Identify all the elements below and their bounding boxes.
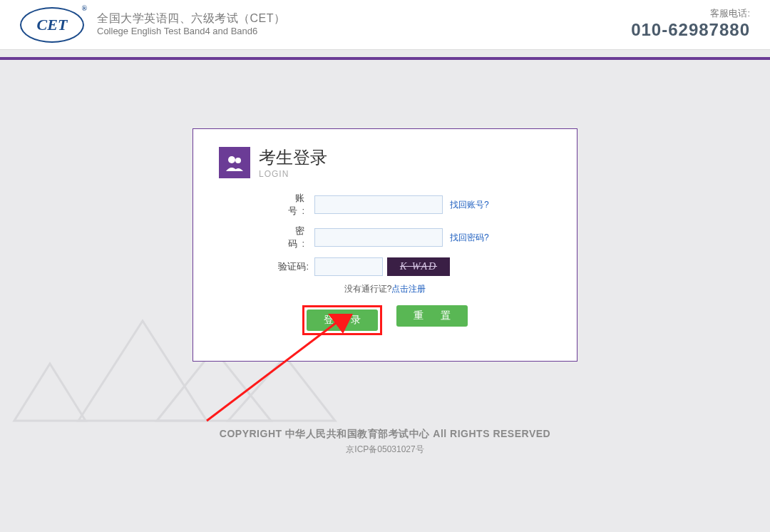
login-button[interactable]: 登 录 (307, 310, 378, 331)
account-input[interactable] (314, 195, 443, 214)
login-highlight: 登 录 (302, 305, 382, 335)
register-line: 没有通行证?点击注册 (219, 283, 551, 295)
icp-line: 京ICP备05031027号 (0, 444, 770, 456)
password-label: 密 码: (269, 225, 309, 250)
service-phone-block: 客服电话: 010-62987880 (631, 7, 750, 40)
svg-point-4 (235, 158, 241, 163)
header-titles: 全国大学英语四、六级考试（CET） College English Test B… (97, 11, 286, 39)
cet-logo: CET (20, 7, 84, 43)
row-account: 账 号: 找回账号? (219, 192, 551, 218)
captcha-label: 验证码: (269, 260, 309, 273)
register-link[interactable]: 点击注册 (391, 284, 426, 294)
login-panel: 考生登录 LOGIN 账 号: 找回账号? 密 码: 找回密码? 验证码: K … (192, 128, 578, 362)
copyright-line: COPYRIGHT 中华人民共和国教育部考试中心 All RIGHTS RESE… (0, 428, 770, 441)
recover-password-link[interactable]: 找回密码? (450, 232, 489, 244)
candidates-icon (219, 147, 250, 178)
captcha-image[interactable]: K WAD (387, 257, 450, 276)
login-header: 考生登录 LOGIN (219, 146, 551, 179)
accent-bar (0, 57, 770, 60)
svg-point-3 (228, 156, 235, 163)
service-label: 客服电话: (631, 7, 750, 20)
reset-button[interactable]: 重 置 (396, 305, 468, 327)
row-captcha: 验证码: K WAD (219, 257, 551, 276)
page-footer: COPYRIGHT 中华人民共和国教育部考试中心 All RIGHTS RESE… (0, 428, 770, 456)
login-title-cn: 考生登录 (259, 146, 327, 169)
login-form: 账 号: 找回账号? 密 码: 找回密码? 验证码: K WAD 没有通行证?点… (219, 192, 551, 335)
row-password: 密 码: 找回密码? (219, 225, 551, 250)
site-title-en: College English Test Band4 and Band6 (97, 26, 286, 38)
site-title-cn: 全国大学英语四、六级考试（CET） (97, 11, 286, 26)
account-label: 账 号: (269, 192, 309, 218)
register-prompt: 没有通行证? (344, 284, 392, 294)
recover-account-link[interactable]: 找回账号? (450, 199, 489, 211)
login-title-en: LOGIN (259, 169, 327, 179)
captcha-input[interactable] (314, 257, 383, 276)
page-header: CET 全国大学英语四、六级考试（CET） College English Te… (0, 0, 770, 50)
service-phone: 010-62987880 (631, 20, 750, 40)
button-row: 登 录 重 置 (219, 305, 551, 335)
password-input[interactable] (314, 228, 443, 247)
